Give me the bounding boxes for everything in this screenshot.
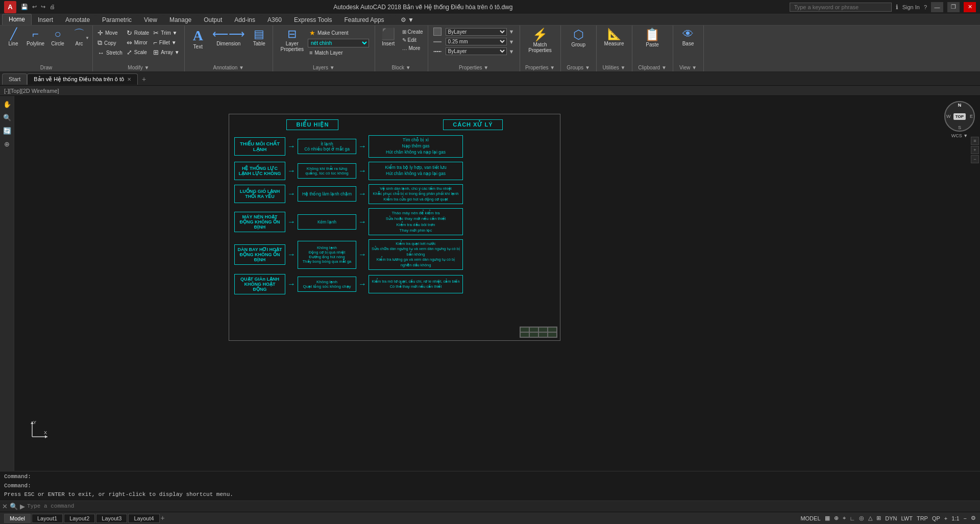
layout4-tab[interactable]: Layout4: [128, 514, 159, 523]
edit-block-btn[interactable]: ✎ Edit: [401, 37, 425, 43]
cmd-close-icon[interactable]: ✕: [2, 503, 8, 510]
command-output: Command: Command: Press ESC or ENTER to …: [0, 471, 980, 501]
restore-btn[interactable]: ❐: [947, 2, 960, 12]
mirror-btn[interactable]: ⇔ Mirror: [125, 38, 151, 47]
tab-annotate[interactable]: Annotate: [59, 15, 96, 25]
measure-btn[interactable]: 📐 Measure: [602, 28, 626, 47]
move-btn[interactable]: ✛ Move: [96, 29, 124, 37]
match-properties-btn[interactable]: ⚡ MatchProperties: [526, 28, 554, 54]
make-current-btn[interactable]: ★ Make Current: [308, 29, 369, 37]
layout1-tab[interactable]: Layout1: [32, 514, 63, 523]
doc-tab-active[interactable]: Bản vẽ Hệ thống Điều hòa trên ô tô ✕: [27, 73, 138, 85]
qp-toggle[interactable]: QP: [932, 515, 940, 521]
info-icon[interactable]: ℹ: [896, 4, 898, 11]
lineweight-select[interactable]: 0.25 mm: [446, 38, 507, 45]
compass-n: N: [958, 103, 962, 108]
tab-manage[interactable]: Manage: [163, 15, 198, 25]
otrack-toggle[interactable]: △: [868, 515, 872, 521]
close-doc-tab[interactable]: ✕: [127, 77, 131, 82]
zoom-tool-btn[interactable]: 🔍: [1, 111, 13, 123]
close-btn[interactable]: ✕: [964, 2, 976, 12]
showmotion-btn[interactable]: ⊕: [1, 138, 13, 150]
quick-access-btn[interactable]: 💾: [19, 4, 30, 10]
tab-express[interactable]: Express Tools: [288, 15, 338, 25]
trp-toggle[interactable]: TRP: [917, 515, 928, 521]
paste-btn[interactable]: 📋 Paste: [642, 28, 663, 48]
tab-parametric[interactable]: Parametric: [96, 15, 138, 25]
print-btn[interactable]: 🖨: [48, 4, 57, 10]
undo-btn[interactable]: ↩: [31, 4, 38, 10]
copy-btn[interactable]: ⧉ Copy: [96, 38, 124, 47]
orbit-tool-btn[interactable]: 🔄: [1, 124, 13, 137]
arrow-2a: →: [287, 166, 296, 176]
arc-dropdown[interactable]: ▼: [85, 36, 89, 40]
scale-btn[interactable]: ⤢ Scale: [125, 48, 151, 57]
block-extra-btn[interactable]: … More: [401, 45, 425, 52]
tab-view[interactable]: View: [138, 15, 163, 25]
tab-addins[interactable]: Add-ins: [228, 15, 261, 25]
right-tool-3[interactable]: −: [971, 155, 979, 163]
zoom-out-btn[interactable]: −: [964, 515, 967, 521]
tab-featured[interactable]: Featured Apps: [338, 15, 390, 25]
help-btn[interactable]: ?: [924, 4, 927, 10]
cmd-arrow-icon[interactable]: ▶: [20, 503, 25, 510]
fillet-btn[interactable]: ⌐ Fillet ▼: [152, 38, 181, 47]
properties-group: ByLayer ▼ 0.25 mm ▼ ByLayer ▼ Properties…: [428, 26, 520, 71]
right-tool-1[interactable]: ≡: [971, 137, 979, 145]
minimize-btn[interactable]: —: [931, 2, 943, 12]
array-btn[interactable]: ⊞ Array ▼: [152, 48, 181, 57]
wcs-label[interactable]: WCS ▼: [944, 133, 975, 138]
linetype-select[interactable]: ByLayer: [446, 47, 507, 55]
right-tool-2[interactable]: +: [971, 146, 979, 154]
ucs-toggle[interactable]: ⊞: [876, 515, 881, 521]
new-tab-btn[interactable]: +: [138, 74, 150, 84]
line-btn[interactable]: ╱ Line: [3, 28, 23, 47]
dyn-toggle[interactable]: DYN: [885, 515, 897, 521]
grid-toggle[interactable]: ▦: [825, 515, 830, 521]
layer-properties-btn[interactable]: ⊟ LayerProperties: [278, 28, 306, 53]
zoom-in-btn[interactable]: +: [944, 515, 947, 521]
sign-in-btn[interactable]: Sign In: [902, 4, 920, 10]
tab-a360[interactable]: A360: [261, 15, 288, 25]
snap-toggle[interactable]: ⊕: [834, 515, 839, 521]
tab-home[interactable]: Home: [2, 14, 32, 25]
group-btn[interactable]: ⬡ Group: [568, 28, 589, 48]
osnap-toggle[interactable]: ◎: [859, 515, 864, 521]
match-layer-btn[interactable]: ≡ Match Layer: [308, 49, 369, 56]
view-btn[interactable]: 👁 Base: [678, 28, 698, 47]
polar-toggle[interactable]: ∟: [850, 515, 855, 521]
circle-btn[interactable]: ○ Circle: [47, 28, 68, 47]
redo-btn[interactable]: ↪: [39, 4, 47, 10]
model-tab[interactable]: Model: [4, 514, 31, 523]
pan-tool-btn[interactable]: ✋: [1, 98, 13, 110]
polyline-btn[interactable]: ⌐ Polyline: [24, 28, 46, 47]
navcube-center[interactable]: TOP: [953, 113, 966, 120]
stretch-btn[interactable]: ↔ Stretch: [96, 48, 124, 57]
layout2-tab[interactable]: Layout2: [64, 514, 95, 523]
rotate-btn[interactable]: ↻ Rotate: [125, 29, 151, 37]
insert-btn[interactable]: ⬛ Insert: [378, 28, 399, 47]
doc-tab-start[interactable]: Start: [2, 73, 27, 85]
arc-btn[interactable]: ⌒ Arc ▼: [69, 28, 89, 47]
new-layout-btn[interactable]: +: [161, 514, 165, 523]
navcube[interactable]: N S E W TOP WCS ▼: [944, 101, 975, 138]
tab-output[interactable]: Output: [198, 15, 228, 25]
color-select[interactable]: ByLayer: [446, 28, 507, 36]
table-btn[interactable]: ▤ Table: [249, 28, 270, 47]
text-btn[interactable]: A Text: [188, 28, 208, 51]
cmd-search-icon[interactable]: 🔍: [10, 503, 18, 510]
layer-select[interactable]: nét chính: [308, 39, 369, 47]
search-input[interactable]: [790, 3, 892, 12]
tab-insert[interactable]: Insert: [32, 15, 59, 25]
tab-workspace[interactable]: ⚙ ▼: [395, 15, 420, 25]
scale-display[interactable]: 1:1: [951, 515, 959, 521]
ortho-toggle[interactable]: ⌖: [843, 515, 846, 521]
dimension-btn[interactable]: ⟵⟶ Dimension: [210, 28, 247, 47]
command-input[interactable]: [27, 503, 978, 509]
lwt-toggle[interactable]: LWT: [901, 515, 913, 521]
layout3-tab[interactable]: Layout3: [96, 514, 127, 523]
create-block-btn[interactable]: ⊞ Create: [401, 29, 425, 35]
trim-btn[interactable]: ✂ Trim ▼: [152, 29, 181, 37]
workspace-btn[interactable]: ⚙: [971, 515, 976, 521]
model-label[interactable]: MODEL: [800, 515, 820, 521]
